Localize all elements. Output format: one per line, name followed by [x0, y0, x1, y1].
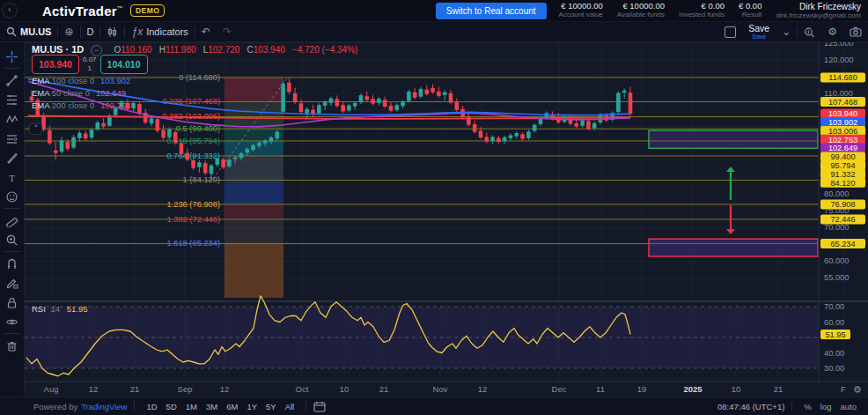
candle	[341, 105, 345, 111]
user-menu[interactable]: Dirk Friczewsky dirk.friczewsky@gmail.co…	[776, 2, 861, 20]
pencil-lock-icon	[5, 277, 18, 290]
ruler-tool[interactable]	[3, 211, 22, 230]
rsi-name: RSI	[32, 304, 46, 314]
drawing-toolbar: T	[0, 42, 25, 396]
quantity-value: 1	[88, 64, 92, 73]
lock-all-tool[interactable]	[3, 293, 22, 312]
layout-icon	[725, 26, 736, 38]
crosshair-tool[interactable]	[3, 47, 22, 66]
undo-button[interactable]: ↶	[195, 22, 217, 41]
trend-line-icon	[5, 74, 18, 87]
candlestick-icon	[107, 26, 118, 38]
save-layout-button[interactable]: SaveSave	[742, 22, 776, 41]
svg-text:120.000: 120.000	[824, 56, 854, 64]
price-zone-box-0[interactable]	[649, 130, 818, 148]
spread-value: 0.07	[83, 56, 97, 64]
remove-drawings-tool[interactable]	[3, 336, 22, 355]
candle	[473, 124, 477, 132]
compare-add-button[interactable]: ⊕	[58, 22, 79, 41]
auto-scale-toggle[interactable]: auto	[836, 400, 862, 413]
zoom-in-tool[interactable]	[3, 230, 22, 249]
range-1m[interactable]: 1M	[181, 400, 202, 413]
price-chart[interactable]: 0 (114.680)0.236 (107.468)0.382 (103.006…	[25, 42, 868, 396]
back-icon[interactable]: ‹	[2, 3, 18, 19]
ema200-length: 200	[52, 100, 66, 110]
fib-retracement-tool[interactable]	[3, 90, 22, 109]
fib-level-label: 1.618 (65.234)	[167, 239, 220, 248]
candle	[71, 137, 76, 148]
trend-line-tool[interactable]	[3, 70, 22, 90]
range-6m[interactable]: 6M	[222, 400, 242, 413]
log-scale-toggle[interactable]: log	[816, 400, 836, 413]
ema200-legend[interactable]: EMA 200 close 0 102.753	[32, 100, 130, 110]
sell-button[interactable]: 103.940	[32, 55, 79, 74]
range-5y[interactable]: 5Y	[261, 400, 281, 413]
candle	[526, 131, 531, 138]
available-funds-label: Available funds	[617, 11, 665, 19]
svg-text:12: 12	[220, 384, 230, 394]
range-all[interactable]: All	[281, 400, 299, 413]
settings-button[interactable]: ⚙	[821, 22, 843, 41]
symbol-search[interactable]: MU.US	[0, 22, 57, 41]
account-value-stat: € 10000.00 Account value	[559, 2, 603, 19]
price-zone-box-1[interactable]	[649, 239, 818, 256]
rsi-legend[interactable]: RSI 14 51.95	[32, 304, 87, 314]
redo-button[interactable]: ↷	[217, 22, 238, 41]
buy-button[interactable]: 104.010	[100, 55, 148, 74]
open-value: 110.160	[121, 45, 151, 55]
snapshot-button[interactable]	[843, 22, 868, 41]
text-tool[interactable]: T	[3, 167, 22, 187]
candle	[233, 158, 238, 159]
candle	[246, 149, 250, 152]
candle	[586, 121, 591, 129]
brush-tool[interactable]	[3, 148, 22, 167]
svg-text:21: 21	[774, 384, 783, 394]
forecast-tool[interactable]	[3, 129, 22, 148]
ema50-legend[interactable]: EMA 50 close 0 102.649	[32, 88, 126, 98]
legend-symbol-interval[interactable]: MU.US · 1D	[32, 44, 84, 55]
candle	[257, 143, 261, 146]
candle	[629, 93, 633, 114]
clock[interactable]: 08:47:46 (UTC+1)	[717, 402, 784, 411]
emoji-tool[interactable]	[3, 187, 22, 206]
candle	[580, 121, 585, 126]
trademark: ™	[117, 5, 123, 11]
hide-all-tool[interactable]	[3, 312, 22, 331]
rsi-value: 51.95	[67, 304, 88, 314]
pattern-tool[interactable]	[3, 109, 22, 129]
magnet-tool[interactable]	[3, 254, 22, 273]
candle	[173, 132, 178, 143]
svg-text:Nov: Nov	[433, 384, 448, 394]
time-axis-settings-icon[interactable]: ⚙	[853, 384, 862, 396]
interval-button[interactable]: D	[81, 22, 100, 41]
candle	[84, 134, 88, 139]
percent-scale-toggle[interactable]: %	[799, 400, 815, 413]
alert-button[interactable]	[798, 22, 821, 41]
rsi-pane	[25, 296, 819, 376]
go-to-date-icon[interactable]	[313, 401, 326, 412]
range-5d[interactable]: 5D	[162, 400, 181, 413]
layout-button[interactable]	[718, 22, 742, 41]
range-1d[interactable]: 1D	[142, 400, 161, 413]
ema100-legend[interactable]: EMA 100 close 0 103.902	[32, 76, 130, 85]
save-menu-button[interactable]: ⌄	[776, 22, 797, 41]
candle	[497, 138, 501, 143]
drawing-mode-lock-tool[interactable]	[3, 273, 22, 293]
candle	[287, 83, 291, 93]
range-3m[interactable]: 3M	[202, 400, 222, 413]
svg-text:51.95: 51.95	[826, 330, 846, 339]
undo-icon: ↶	[202, 26, 210, 38]
range-1y[interactable]: 1Y	[242, 400, 261, 413]
candle	[515, 133, 519, 136]
legend-collapse-button[interactable]: ⌃	[29, 123, 42, 135]
candle	[60, 141, 64, 152]
emoji-icon	[5, 190, 18, 204]
switch-to-real-button[interactable]: Switch to Real account	[436, 3, 547, 19]
powered-by-label: Powered by	[33, 402, 77, 411]
indicators-button[interactable]: ƒx Indicators	[125, 22, 194, 41]
chart-style-button[interactable]	[100, 22, 124, 41]
tradingview-link[interactable]: TradingView	[81, 402, 127, 411]
fib-level-label: 0.5 (99.400)	[176, 124, 220, 133]
fib-retracement-icon	[5, 93, 18, 107]
candle	[216, 159, 220, 165]
